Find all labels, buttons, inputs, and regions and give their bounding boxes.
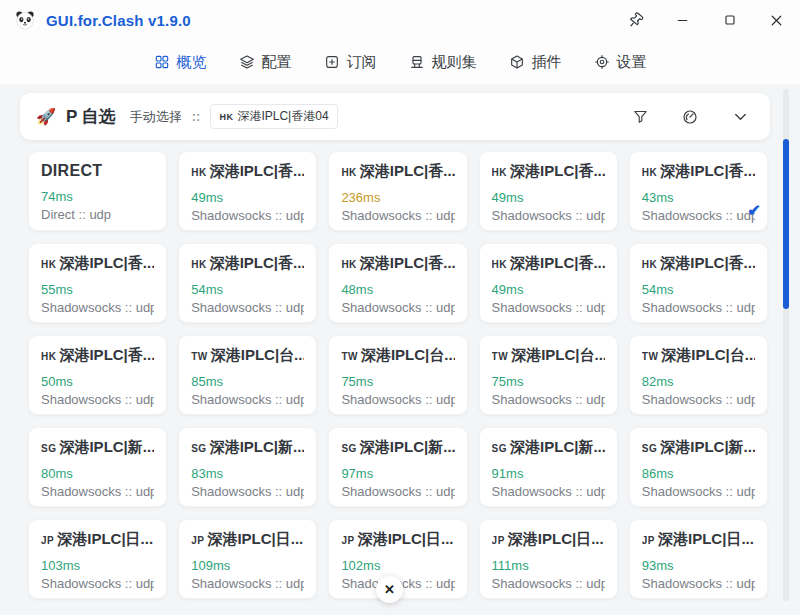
proxy-protocol: Shadowsocks :: udp: [191, 576, 304, 591]
proxy-title-text: 深港IPLC|新...: [360, 438, 455, 455]
proxy-region-prefix: SG: [642, 443, 657, 454]
proxy-region-prefix: HK: [191, 259, 206, 270]
chevron-down-icon[interactable]: [731, 107, 750, 126]
minimize-icon[interactable]: [659, 0, 706, 40]
tab-plugins[interactable]: 插件: [509, 53, 562, 72]
tab-label: 订阅: [347, 53, 377, 72]
proxy-title-text: 深港IPLC|台...: [511, 346, 605, 363]
proxy-latency: 102ms: [341, 558, 454, 573]
proxy-card[interactable]: HK深港IPLC|香... 49ms Shadowsocks :: udp: [479, 243, 618, 323]
proxy-title-text: 深港IPLC|香...: [59, 254, 154, 271]
app-window: GUI.for.Clash v1.9.0: [0, 0, 800, 615]
proxy-protocol: Shadowsocks :: udp: [642, 484, 755, 499]
proxy-name: HK深港IPLC|香...: [492, 254, 605, 273]
proxy-card[interactable]: TW深港IPLC|台... 85ms Shadowsocks :: udp: [178, 335, 317, 415]
proxy-region-prefix: HK: [41, 351, 56, 362]
proxy-latency: 43ms: [642, 190, 755, 205]
proxy-name: SG深港IPLC|新...: [492, 438, 605, 457]
proxy-title-text: 深港IPLC|香...: [660, 254, 755, 271]
proxy-region-prefix: HK: [492, 167, 507, 178]
tab-subscriptions[interactable]: 订阅: [324, 53, 377, 72]
proxy-card[interactable]: JP深港IPLC|日... 111ms Shadowsocks :: udp: [479, 519, 618, 599]
proxy-title-text: 深港IPLC|香...: [510, 162, 605, 179]
collapse-group-button[interactable]: ✕: [376, 576, 403, 603]
panda-app-icon: [14, 9, 36, 31]
proxy-latency: 74ms: [41, 189, 154, 204]
proxy-latency: 91ms: [492, 466, 605, 481]
proxy-region-prefix: JP: [191, 535, 204, 546]
speedtest-icon[interactable]: [681, 108, 699, 126]
proxy-protocol: Shadowsocks :: udp: [492, 300, 605, 315]
proxy-latency: 85ms: [191, 374, 304, 389]
window-controls: [612, 0, 800, 40]
proxy-region-prefix: HK: [642, 259, 657, 270]
proxy-card[interactable]: JP深港IPLC|日... 103ms Shadowsocks :: udp: [28, 519, 167, 599]
proxy-card[interactable]: HK深港IPLC|香... 50ms Shadowsocks :: udp: [28, 335, 167, 415]
proxy-protocol: Shadowsocks :: udp: [642, 300, 755, 315]
proxy-latency: 103ms: [41, 558, 154, 573]
proxy-card[interactable]: DIRECT 74ms Direct :: udp: [28, 151, 167, 231]
filter-icon[interactable]: [632, 108, 649, 125]
proxy-card[interactable]: HK深港IPLC|香... 54ms Shadowsocks :: udp: [178, 243, 317, 323]
proxy-protocol: Shadowsocks :: udp: [492, 484, 605, 499]
proxy-card[interactable]: TW深港IPLC|台... 75ms Shadowsocks :: udp: [479, 335, 618, 415]
scrollbar-track[interactable]: [783, 89, 789, 601]
proxy-latency: 75ms: [492, 374, 605, 389]
proxy-card[interactable]: SG深港IPLC|新... 91ms Shadowsocks :: udp: [479, 427, 618, 507]
proxy-card[interactable]: SG深港IPLC|新... 80ms Shadowsocks :: udp: [28, 427, 167, 507]
proxy-region-prefix: JP: [341, 535, 354, 546]
settings-gear-icon: [594, 54, 610, 70]
proxy-card[interactable]: SG深港IPLC|新... 83ms Shadowsocks :: udp: [178, 427, 317, 507]
proxy-card[interactable]: JP深港IPLC|日... 109ms Shadowsocks :: udp: [178, 519, 317, 599]
pin-icon[interactable]: [612, 0, 659, 40]
proxy-latency: 49ms: [492, 190, 605, 205]
proxy-region-prefix: JP: [41, 535, 54, 546]
proxy-protocol: Shadowsocks :: udp: [341, 300, 454, 315]
proxy-card[interactable]: HK深港IPLC|香... 236ms Shadowsocks :: udp: [328, 151, 467, 231]
proxy-card[interactable]: JP深港IPLC|日... 93ms Shadowsocks :: udp: [629, 519, 768, 599]
maximize-icon[interactable]: [706, 0, 753, 40]
proxy-protocol: Shadowsocks :: udp: [341, 392, 454, 407]
proxy-protocol: Shadowsocks :: udp: [642, 392, 755, 407]
proxy-card[interactable]: TW深港IPLC|台... 75ms Shadowsocks :: udp: [328, 335, 467, 415]
proxy-card[interactable]: HK深港IPLC|香... 54ms Shadowsocks :: udp: [629, 243, 768, 323]
proxy-latency: 48ms: [341, 282, 454, 297]
proxy-grid: DIRECT 74ms Direct :: udp HK深港IPLC|香... …: [28, 151, 768, 599]
proxy-name: HK深港IPLC|香...: [41, 254, 154, 273]
tab-overview[interactable]: 概览: [154, 53, 207, 72]
close-icon[interactable]: [753, 0, 800, 40]
proxy-card[interactable]: SG深港IPLC|新... 97ms Shadowsocks :: udp: [328, 427, 467, 507]
proxy-protocol: Shadowsocks :: udp: [191, 392, 304, 407]
tab-profiles[interactable]: 配置: [239, 53, 292, 72]
current-proxy-name: 深港IPLC|香港04: [237, 108, 328, 125]
proxy-title-text: 深港IPLC|台...: [211, 346, 305, 363]
proxy-region-prefix: TW: [642, 351, 659, 362]
proxy-name: SG深港IPLC|新...: [341, 438, 454, 457]
proxy-title-text: 深港IPLC|香...: [360, 162, 455, 179]
proxy-protocol: Shadowsocks :: udp: [341, 208, 454, 223]
tab-rulesets[interactable]: 规则集: [409, 53, 477, 72]
proxy-region-prefix: HK: [642, 167, 657, 178]
proxy-card[interactable]: HK深港IPLC|香... 43ms Shadowsocks :: udp ✔: [629, 151, 768, 231]
proxy-card[interactable]: HK深港IPLC|香... 55ms Shadowsocks :: udp: [28, 243, 167, 323]
tab-label: 设置: [617, 53, 647, 72]
grid-icon: [154, 54, 170, 70]
proxy-name: TW深港IPLC|台...: [642, 346, 755, 365]
proxy-title-text: 深港IPLC|香...: [210, 254, 305, 271]
proxy-card[interactable]: HK深港IPLC|香... 49ms Shadowsocks :: udp: [178, 151, 317, 231]
proxy-name: HK深港IPLC|香...: [341, 254, 454, 273]
app-title: GUI.for.Clash v1.9.0: [46, 12, 191, 29]
proxy-card[interactable]: TW深港IPLC|台... 82ms Shadowsocks :: udp: [629, 335, 768, 415]
proxy-group-header[interactable]: 🚀 P 自选 手动选择 :: HK 深港IPLC|香港04: [20, 93, 770, 140]
proxy-card[interactable]: SG深港IPLC|新... 86ms Shadowsocks :: udp: [629, 427, 768, 507]
proxy-latency: 49ms: [492, 282, 605, 297]
proxy-region-prefix: TW: [492, 351, 509, 362]
plugin-box-icon: [509, 54, 525, 70]
proxy-protocol: Shadowsocks :: udp: [642, 208, 755, 223]
tab-settings[interactable]: 设置: [594, 53, 647, 72]
scrollbar-thumb[interactable]: [783, 139, 789, 309]
proxy-card[interactable]: HK深港IPLC|香... 49ms Shadowsocks :: udp: [479, 151, 618, 231]
proxy-card[interactable]: HK深港IPLC|香... 48ms Shadowsocks :: udp: [328, 243, 467, 323]
proxy-region-prefix: SG: [341, 443, 356, 454]
proxy-name: SG深港IPLC|新...: [642, 438, 755, 457]
